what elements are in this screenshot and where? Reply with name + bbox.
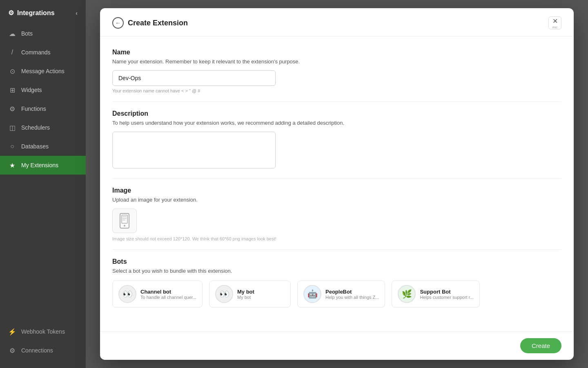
my-bot-desc: My bot xyxy=(237,295,285,300)
sidebar-title: ⚙ Integrations ‹ xyxy=(0,0,86,24)
svg-rect-1 xyxy=(122,215,127,223)
image-hint: Image size should not exceed 120*120. We… xyxy=(112,236,561,241)
support-bot-desc: Helps customer support r... xyxy=(420,295,473,300)
sidebar-item-bots[interactable]: ☁ Bots xyxy=(0,24,86,43)
sidebar: ⚙ Integrations ‹ ☁ Bots / Commands ⊙ Mes… xyxy=(0,0,86,368)
sidebar-item-commands[interactable]: / Commands xyxy=(0,43,86,62)
image-upload-button[interactable] xyxy=(112,209,137,233)
widgets-icon: ⊞ xyxy=(8,86,16,94)
divider-2 xyxy=(112,178,561,179)
bot-card-my-bot[interactable]: 👀 My bot My bot xyxy=(209,280,291,307)
my-bot-name: My bot xyxy=(237,289,285,295)
modal-header: ← Create Extension ✕ esc xyxy=(100,8,574,36)
channel-bot-desc: To handle all channel quer... xyxy=(140,295,196,300)
bots-section-desc: Select a bot you wish to bundle with thi… xyxy=(112,268,561,274)
my-bot-info: My bot My bot xyxy=(237,289,285,300)
name-hint: Your extension name cannot have < > " @ … xyxy=(112,88,561,93)
bot-card-support-bot[interactable]: 🌿 Support Bot Helps customer support r..… xyxy=(392,280,479,307)
description-textarea[interactable] xyxy=(112,132,276,168)
svg-point-2 xyxy=(124,225,125,227)
bot-card-channel-bot[interactable]: 👀 Channel bot To handle all channel quer… xyxy=(112,280,203,307)
people-bot-info: PeopleBot Help you with all things Z... xyxy=(325,289,379,300)
databases-icon: ○ xyxy=(8,142,16,150)
image-section-title: Image xyxy=(112,187,561,194)
close-button[interactable]: ✕ esc xyxy=(548,16,561,29)
message-actions-icon: ⊙ xyxy=(8,67,16,75)
sidebar-item-schedulers[interactable]: ◫ Schedulers xyxy=(0,118,86,137)
description-section-desc: To help users understand how your extens… xyxy=(112,120,561,126)
bots-section-title: Bots xyxy=(112,258,561,265)
integrations-icon: ⚙ xyxy=(8,9,14,17)
close-x-icon: ✕ xyxy=(552,17,558,25)
esc-label: esc xyxy=(552,25,557,29)
my-extensions-icon: ★ xyxy=(8,161,16,169)
sidebar-item-widgets[interactable]: ⊞ Widgets xyxy=(0,81,86,99)
create-extension-modal: ← Create Extension ✕ esc Name Name your … xyxy=(100,8,574,360)
extension-name-input[interactable] xyxy=(112,70,276,86)
name-section-title: Name xyxy=(112,49,561,56)
connections-icon: ⚙ xyxy=(8,346,16,355)
description-section-title: Description xyxy=(112,110,561,117)
support-bot-info: Support Bot Helps customer support r... xyxy=(420,289,473,300)
image-section: Image Upload an image for your extension… xyxy=(112,187,561,241)
modal-title: Create Extension xyxy=(128,19,544,27)
support-bot-name: Support Bot xyxy=(420,289,473,295)
create-button[interactable]: Create xyxy=(520,338,561,353)
sidebar-item-databases[interactable]: ○ Databases xyxy=(0,137,86,156)
channel-bot-name: Channel bot xyxy=(140,289,196,295)
sidebar-item-my-extensions[interactable]: ★ My Extensions xyxy=(0,156,86,175)
collapse-arrow-icon[interactable]: ‹ xyxy=(76,10,78,16)
sidebar-item-functions[interactable]: ⚙ Functions xyxy=(0,99,86,118)
phone-icon xyxy=(118,213,131,229)
image-section-desc: Upload an image for your extension. xyxy=(112,197,561,203)
name-section-desc: Name your extension. Remember to keep it… xyxy=(112,58,561,65)
sidebar-nav: ☁ Bots / Commands ⊙ Message Actions ⊞ Wi… xyxy=(0,24,86,322)
bots-section: Bots Select a bot you wish to bundle wit… xyxy=(112,258,561,307)
sidebar-item-connections[interactable]: ⚙ Connections xyxy=(0,341,86,360)
bots-icon: ☁ xyxy=(8,29,16,38)
modal-body: Name Name your extension. Remember to ke… xyxy=(100,36,574,331)
main-content: ← Create Extension ✕ esc Name Name your … xyxy=(86,0,588,368)
webhook-tokens-icon: ⚡ xyxy=(8,328,16,336)
commands-icon: / xyxy=(8,48,16,56)
people-bot-avatar: 🤖 xyxy=(303,285,321,303)
name-section: Name Name your extension. Remember to ke… xyxy=(112,49,561,93)
sidebar-footer: ⚡ Webhook Tokens ⚙ Connections xyxy=(0,322,86,368)
divider-3 xyxy=(112,249,561,250)
my-bot-avatar: 👀 xyxy=(215,285,233,303)
bots-grid: 👀 Channel bot To handle all channel quer… xyxy=(112,280,561,307)
people-bot-desc: Help you with all things Z... xyxy=(325,295,379,300)
schedulers-icon: ◫ xyxy=(8,123,16,132)
divider-1 xyxy=(112,101,561,102)
back-button[interactable]: ← xyxy=(112,17,124,29)
modal-footer: Create xyxy=(100,331,574,360)
bot-card-people-bot[interactable]: 🤖 PeopleBot Help you with all things Z..… xyxy=(297,280,385,307)
people-bot-name: PeopleBot xyxy=(325,289,379,295)
functions-icon: ⚙ xyxy=(8,105,16,113)
support-bot-avatar: 🌿 xyxy=(398,285,416,303)
sidebar-item-message-actions[interactable]: ⊙ Message Actions xyxy=(0,62,86,81)
sidebar-item-webhook-tokens[interactable]: ⚡ Webhook Tokens xyxy=(0,322,86,341)
channel-bot-avatar: 👀 xyxy=(118,285,136,303)
channel-bot-info: Channel bot To handle all channel quer..… xyxy=(140,289,196,300)
description-section: Description To help users understand how… xyxy=(112,110,561,170)
